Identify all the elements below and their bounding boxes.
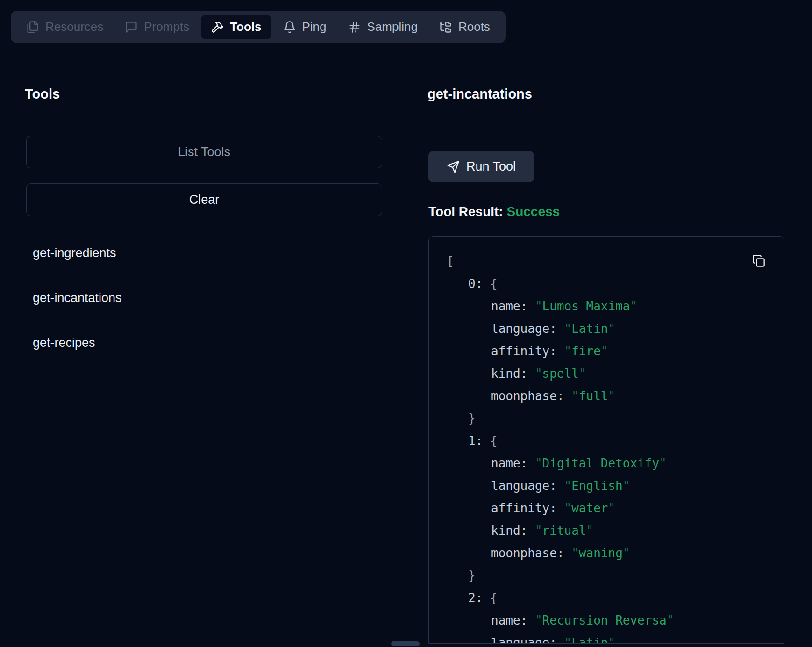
json-key: language: bbox=[491, 636, 557, 644]
run-tool-label: Run Tool bbox=[466, 159, 516, 174]
tab-label: Prompts bbox=[144, 20, 189, 34]
json-row: [ bbox=[447, 250, 784, 273]
tool-list-item-get-ingredients[interactable]: get-ingredients bbox=[26, 242, 382, 264]
json-string-value: Latin bbox=[571, 636, 608, 644]
tools-panel-title: Tools bbox=[25, 85, 60, 103]
files-icon bbox=[26, 21, 39, 34]
json-row: } bbox=[468, 564, 784, 587]
hammer-icon bbox=[211, 21, 224, 34]
tool-list-item-get-incantations[interactable]: get-incantations bbox=[26, 287, 382, 309]
json-tree: [0: {name: "Lumos Maxima"language: "Lati… bbox=[429, 237, 784, 644]
bell-icon bbox=[283, 21, 296, 34]
json-key: affinity: bbox=[491, 344, 557, 358]
json-key: name: bbox=[491, 613, 527, 627]
json-row: } bbox=[468, 407, 784, 430]
tab-tools[interactable]: Tools bbox=[201, 15, 271, 39]
left-panel-divider bbox=[10, 120, 397, 120]
json-string-value: Digital Detoxify bbox=[542, 456, 659, 470]
json-row: kind: "ritual" bbox=[491, 519, 784, 542]
json-string-value: English bbox=[571, 479, 623, 493]
json-row: 0: { bbox=[468, 273, 784, 295]
tool-list-item-get-recipes[interactable]: get-recipes bbox=[26, 331, 382, 354]
json-string-value: spell bbox=[542, 367, 579, 381]
json-key: kind: bbox=[491, 367, 527, 381]
tool-result-status: Success bbox=[506, 204, 560, 219]
json-key: kind: bbox=[491, 524, 527, 538]
json-key: moonphase: bbox=[491, 546, 564, 560]
json-key: moonphase: bbox=[491, 389, 564, 403]
tab-sampling[interactable]: Sampling bbox=[338, 15, 427, 39]
tab-ping[interactable]: Ping bbox=[273, 15, 336, 39]
json-row: 1: { bbox=[468, 430, 784, 452]
json-row: name: "Lumos Maxima" bbox=[491, 295, 784, 317]
json-string-value: Recursion Reversa bbox=[542, 613, 667, 627]
tab-roots[interactable]: Roots bbox=[429, 15, 500, 39]
json-key: affinity: bbox=[491, 501, 557, 515]
right-panel-divider bbox=[413, 120, 800, 120]
tool-result-line: Tool Result: Success bbox=[428, 204, 560, 219]
folder-tree-icon bbox=[439, 21, 452, 34]
json-string-value: waning bbox=[579, 546, 623, 560]
tab-label: Roots bbox=[458, 20, 490, 34]
tool-list: get-ingredients get-incantations get-rec… bbox=[26, 242, 382, 376]
copy-button[interactable] bbox=[752, 253, 767, 268]
json-row: affinity: "water" bbox=[491, 497, 784, 519]
tab-prompts[interactable]: Prompts bbox=[115, 15, 199, 39]
run-tool-button[interactable]: Run Tool bbox=[428, 151, 534, 182]
json-string-value: full bbox=[579, 389, 608, 403]
json-string-value: fire bbox=[571, 344, 601, 358]
json-row: affinity: "fire" bbox=[491, 340, 784, 362]
tool-result-json-viewer: [0: {name: "Lumos Maxima"language: "Lati… bbox=[428, 236, 784, 644]
json-key: language: bbox=[491, 322, 557, 336]
hash-icon bbox=[348, 21, 361, 34]
json-row: moonphase: "waning" bbox=[491, 542, 784, 564]
json-string-value: ritual bbox=[542, 524, 586, 538]
tool-result-label: Tool Result: bbox=[428, 204, 503, 219]
tab-label: Sampling bbox=[367, 20, 418, 34]
json-key: language: bbox=[491, 479, 557, 493]
json-string-value: Lumos Maxima bbox=[542, 299, 630, 313]
json-string-value: Latin bbox=[571, 322, 608, 336]
json-string-value: water bbox=[571, 501, 608, 515]
tab-label: Resources bbox=[45, 20, 103, 34]
tab-resources[interactable]: Resources bbox=[16, 15, 113, 39]
json-row: language: "Latin" bbox=[491, 317, 784, 340]
json-row: language: "Latin" bbox=[491, 632, 784, 644]
tab-label: Tools bbox=[230, 20, 261, 34]
json-row: name: "Digital Detoxify" bbox=[491, 452, 784, 474]
horizontal-scrollbar-thumb[interactable] bbox=[391, 641, 420, 646]
top-nav-bar: Resources Prompts Tools Ping Sampling Ro… bbox=[11, 11, 506, 43]
json-row: kind: "spell" bbox=[491, 362, 784, 385]
json-row: language: "English" bbox=[491, 474, 784, 497]
json-row: name: "Recursion Reversa" bbox=[491, 609, 784, 632]
json-key: name: bbox=[491, 456, 527, 470]
copy-icon bbox=[752, 254, 767, 267]
tab-label: Ping bbox=[302, 20, 327, 34]
clear-button[interactable]: Clear bbox=[26, 183, 382, 216]
json-key: name: bbox=[491, 299, 527, 313]
message-square-icon bbox=[125, 21, 138, 34]
list-tools-button[interactable]: List Tools bbox=[26, 136, 382, 168]
selected-tool-title: get-incantations bbox=[427, 85, 532, 103]
json-row: 2: { bbox=[468, 587, 784, 609]
send-icon bbox=[447, 160, 460, 173]
json-row: moonphase: "full" bbox=[491, 385, 784, 407]
